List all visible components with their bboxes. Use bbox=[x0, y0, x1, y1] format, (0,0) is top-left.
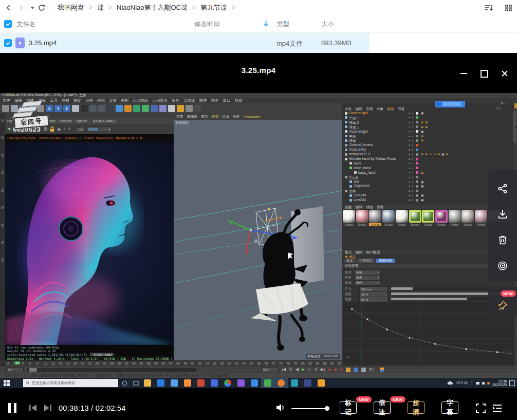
volume-slider-handle[interactable] bbox=[325, 406, 329, 411]
viewport-menu-item: ProRender bbox=[243, 115, 260, 119]
select-all-checkbox[interactable] bbox=[4, 20, 12, 28]
breadcrumb-item[interactable]: 第九节课 bbox=[200, 3, 227, 12]
row-checkbox[interactable] bbox=[4, 39, 12, 47]
resolution-dropdown: ▾ bbox=[86, 126, 112, 132]
taskbar-app[interactable] bbox=[221, 379, 234, 387]
taskbar-app[interactable] bbox=[181, 379, 194, 387]
taskbar-app[interactable] bbox=[168, 379, 181, 387]
c4d-menu-item: 运动图形 bbox=[152, 98, 168, 103]
ruler-frame-number: 80 bbox=[301, 362, 305, 365]
octane-menubar: FileCloudObjectsMaterialsCompareOptions(… bbox=[5, 118, 176, 124]
minimize-button[interactable] bbox=[458, 68, 469, 79]
player-button-字幕[interactable]: 字幕 bbox=[441, 401, 458, 414]
material-thumbnail-label: Defaul bbox=[435, 223, 448, 226]
breadcrumb: 我的网盘>课>NiaoNiao第十九期OC课>第九节课> bbox=[58, 0, 235, 15]
field-label: 投射 bbox=[345, 276, 352, 280]
volume-slider[interactable] bbox=[291, 408, 327, 409]
taskbar-app[interactable] bbox=[154, 379, 168, 387]
pause-button[interactable] bbox=[8, 403, 16, 413]
c4d-tool-button bbox=[37, 105, 44, 112]
breadcrumb-item[interactable]: NiaoNiao第十九期OC课 bbox=[117, 3, 188, 12]
column-name[interactable]: 文件名 bbox=[16, 20, 36, 29]
download-button[interactable] bbox=[495, 207, 510, 222]
forward-icon[interactable] bbox=[16, 3, 26, 12]
ruler-frame-number: 46 bbox=[176, 362, 180, 365]
taskbar-app[interactable] bbox=[288, 379, 301, 387]
app-icon bbox=[304, 379, 311, 387]
breadcrumb-item[interactable]: 课 bbox=[97, 3, 104, 12]
playlist-icon[interactable] bbox=[492, 404, 503, 415]
viewport-menu-item: 摄像机 bbox=[187, 114, 197, 119]
material-thumbnail-label: Defaul bbox=[382, 223, 395, 226]
file-row[interactable]: 3.25.mp4 mp4文件 893.39MB bbox=[0, 33, 369, 53]
sort-desc-icon[interactable] bbox=[263, 20, 269, 28]
player-button-超清[interactable]: 超清 bbox=[408, 401, 424, 414]
c4d-menu-item: 插件 bbox=[199, 98, 207, 103]
left-tool-icon bbox=[1, 224, 4, 227]
taskbar-app[interactable] bbox=[141, 379, 154, 387]
taskbar-app[interactable] bbox=[248, 379, 261, 387]
ruler-frame-number: 74 bbox=[279, 362, 283, 365]
attribute-menu-item: 编辑 bbox=[356, 250, 363, 255]
viewport-menu-item: 查看 bbox=[176, 114, 183, 119]
volume-icon[interactable] bbox=[276, 403, 286, 414]
record-button[interactable] bbox=[495, 258, 510, 273]
taskbar-app[interactable] bbox=[208, 379, 221, 387]
prev-frame-button[interactable] bbox=[29, 404, 38, 414]
c4d-tool-button bbox=[124, 105, 132, 112]
player-button-倍速[interactable]: 倍速 bbox=[374, 401, 391, 414]
app-icon bbox=[237, 379, 245, 387]
taskbar-app[interactable] bbox=[194, 379, 208, 387]
start-icon bbox=[4, 380, 10, 386]
ruler-frame-number: 54 bbox=[206, 362, 209, 365]
c4d-menu-item: 编辑 bbox=[14, 98, 22, 103]
column-size[interactable]: 大小 bbox=[321, 20, 334, 29]
ruler-frame-number: 26 bbox=[103, 362, 106, 365]
refresh-icon[interactable] bbox=[37, 3, 46, 12]
taskbar-app[interactable] bbox=[234, 379, 248, 387]
focus-icon: ◉ bbox=[57, 127, 61, 132]
history-dropdown-icon[interactable] bbox=[28, 3, 37, 12]
notification-icon bbox=[509, 380, 515, 386]
c4d-tool-button bbox=[168, 105, 175, 112]
fullscreen-icon[interactable] bbox=[476, 404, 486, 415]
pin-new-badge: NEW bbox=[501, 290, 516, 297]
taskbar-app-active[interactable] bbox=[274, 378, 288, 388]
octane-render-stats: Rendering 1.2% · Mb/Feet 1.2M/s · Time: … bbox=[5, 356, 174, 360]
breadcrumb-separator: > bbox=[108, 4, 112, 11]
breadcrumb-item[interactable]: 我的网盘 bbox=[58, 3, 84, 12]
watermark-number: 6020523 bbox=[13, 125, 41, 133]
taskbar-app[interactable] bbox=[315, 379, 328, 387]
maximize-button[interactable] bbox=[478, 68, 490, 79]
next-frame-button[interactable] bbox=[43, 404, 52, 414]
player-button-标记[interactable]: 标记 bbox=[340, 401, 357, 414]
grid-view-icon[interactable] bbox=[504, 3, 513, 12]
column-type[interactable]: 类型 bbox=[276, 20, 289, 29]
left-tool-icon bbox=[1, 171, 4, 174]
file-name[interactable]: 3.25.mp4 bbox=[29, 39, 57, 47]
ruler-frame-number: 68 bbox=[257, 362, 261, 365]
ruler-frame-number: 20 bbox=[81, 362, 84, 365]
ruler-frame-number: 86 bbox=[323, 362, 327, 365]
ruler-frame-number: 56 bbox=[213, 362, 216, 365]
taskbar-app[interactable] bbox=[301, 379, 315, 387]
share-button[interactable] bbox=[495, 181, 510, 196]
transport-p-label: (P) bbox=[369, 368, 374, 372]
close-button[interactable] bbox=[499, 68, 510, 79]
material-thumbnail-label: Defaul bbox=[356, 223, 368, 226]
c4d-menu-item: 捕捉 bbox=[73, 98, 81, 103]
c4d-menu-item: 帮助 bbox=[235, 98, 243, 103]
ruler-frame-number: 28 bbox=[110, 362, 114, 365]
breadcrumb-separator: > bbox=[89, 4, 93, 11]
delete-button[interactable] bbox=[495, 232, 510, 248]
viewport-grid-label: 网格视度 : 10000 cm bbox=[306, 354, 340, 359]
back-icon[interactable] bbox=[4, 3, 13, 12]
transport-button: ▶ bbox=[302, 368, 305, 372]
ruler-frame-number: 32 bbox=[125, 362, 128, 365]
chevron-down-icon: ▾ bbox=[377, 276, 379, 279]
column-modified[interactable]: 修改时间 bbox=[194, 20, 220, 29]
pin-button[interactable] bbox=[495, 298, 510, 314]
material-thumbnail bbox=[369, 210, 381, 223]
taskbar-app-active[interactable] bbox=[261, 378, 274, 388]
sort-icon[interactable] bbox=[484, 3, 493, 12]
